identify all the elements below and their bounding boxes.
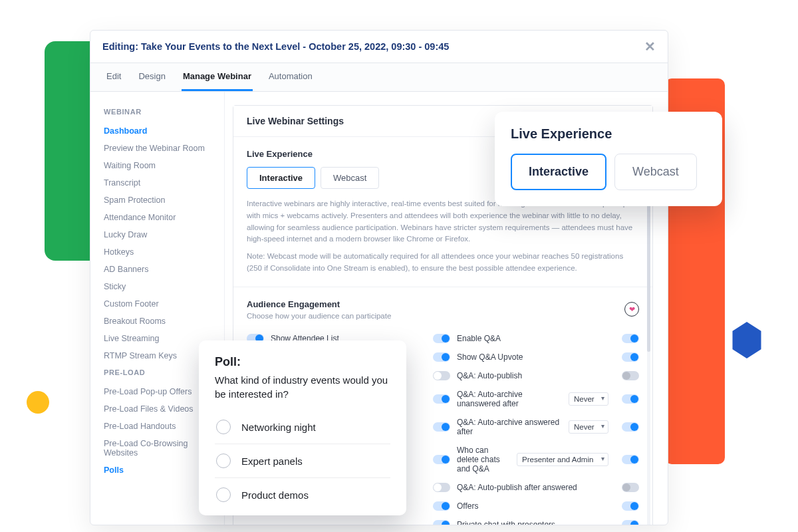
toggle-switch[interactable]	[433, 422, 450, 432]
toggle-row: Q&A: Auto-publish after answered	[433, 478, 639, 497]
toggle-switch-right[interactable]	[622, 394, 639, 404]
toggle-row: Show Q&A Upvote	[433, 348, 639, 366]
toggle-row: Private chat with presenters	[433, 515, 639, 525]
close-icon[interactable]: ✕	[644, 39, 656, 55]
mode-webcast[interactable]: Webcast	[321, 167, 379, 189]
poll-option[interactable]: Networking night	[215, 410, 390, 444]
toggle-label: Q&A: Auto-publish	[457, 371, 522, 380]
toggle-switch[interactable]	[433, 520, 450, 525]
toggle-switch-right[interactable]	[622, 422, 639, 432]
poll-title: Poll:	[215, 355, 390, 369]
toggle-switch[interactable]	[433, 334, 450, 343]
toggle-label: Q&A: Auto-archive answered after	[457, 418, 562, 436]
toggle-row: Q&A: Auto-archive answered afterNever	[433, 413, 639, 441]
sidebar-item-pre-load-files-videos[interactable]: Pre-Load Files & Videos	[104, 400, 211, 418]
toggle-row: Q&A: Auto-archive unanswered afterNever	[433, 385, 639, 413]
live-exp-desc-2: Note: Webcast mode will be automatically…	[247, 251, 639, 275]
toggle-row: Q&A: Auto-publish	[433, 366, 639, 385]
le-popup-title: Live Experience	[511, 126, 706, 142]
poll-option-label: Networking night	[241, 422, 316, 433]
sidebar-item-custom-footer[interactable]: Custom Footer	[104, 295, 211, 313]
section-engagement-title: Audience Engagement	[247, 299, 391, 309]
sidebar-item-attendance-monitor[interactable]: Attendance Monitor	[104, 209, 211, 226]
sidebar-item-lucky-draw[interactable]: Lucky Draw	[104, 226, 211, 243]
toggle-label: Q&A: Auto-archive unanswered after	[457, 390, 562, 408]
poll-option[interactable]: Expert panels	[215, 444, 390, 478]
toggle-switch[interactable]	[433, 394, 450, 404]
radio-icon	[216, 420, 231, 434]
toggle-label: Enable Q&A	[457, 334, 501, 343]
divider	[233, 287, 652, 287]
toggle-switch[interactable]	[433, 352, 450, 362]
toggle-switch-right[interactable]	[622, 455, 639, 464]
poll-option[interactable]: Product demos	[215, 478, 390, 511]
toggle-switch[interactable]	[433, 371, 450, 380]
sidebar-group-webinar: WEBINAR	[104, 108, 211, 116]
radio-icon	[216, 487, 231, 502]
tab-manage-webinar[interactable]: Manage Webinar	[182, 71, 253, 91]
toggle-label: Who can delete chats and Q&A	[457, 446, 510, 473]
modal-header: Editing: Take Your Events to the Next Le…	[90, 31, 668, 63]
toggle-row: Offers	[433, 497, 639, 515]
sidebar-item-pre-load-handouts[interactable]: Pre-Load Handouts	[104, 418, 211, 435]
modal-title: Editing: Take Your Events to the Next Le…	[102, 41, 449, 52]
tabs: EditDesignManage WebinarAutomation	[90, 63, 668, 92]
sidebar-item-waiting-room[interactable]: Waiting Room	[104, 157, 211, 174]
sidebar-item-preview-the-webinar-room[interactable]: Preview the Webinar Room	[104, 140, 211, 157]
radio-icon	[216, 454, 231, 468]
toggle-switch-right[interactable]	[622, 352, 639, 362]
sidebar-item-pre-load-co-browsing-websites[interactable]: Pre-Load Co-Browsing Websites	[104, 435, 211, 462]
toggle-switch[interactable]	[433, 483, 450, 492]
sidebar-group-pre-load: PRE-LOAD	[104, 368, 211, 376]
toggle-row: Enable Q&A	[433, 329, 639, 348]
sidebar-item-sticky[interactable]: Sticky	[104, 278, 211, 295]
section-engagement-sub: Choose how your audience can participate	[247, 312, 391, 320]
toggle-switch-right[interactable]	[622, 371, 639, 380]
decor-blue	[730, 322, 763, 358]
tab-edit[interactable]: Edit	[105, 71, 122, 91]
le-mode-interactive[interactable]: Interactive	[511, 154, 606, 190]
poll-popup: Poll: What kind of industry events would…	[199, 340, 406, 515]
sidebar-item-ad-banners[interactable]: AD Banners	[104, 261, 211, 278]
le-mode-webcast[interactable]: Webcast	[614, 154, 697, 190]
decor-yellow	[27, 391, 49, 414]
toggle-label: Q&A: Auto-publish after answered	[457, 483, 577, 492]
toggle-switch[interactable]	[433, 455, 450, 464]
toggle-switch-right[interactable]	[622, 520, 639, 525]
poll-option-label: Product demos	[241, 489, 309, 501]
toggle-label: Show Q&A Upvote	[457, 352, 523, 362]
toggle-switch[interactable]	[433, 501, 450, 511]
poll-question: What kind of industry events would you b…	[215, 373, 390, 401]
select[interactable]: Never	[569, 420, 608, 434]
sidebar-item-spam-protection[interactable]: Spam Protection	[104, 192, 211, 209]
sidebar-item-polls[interactable]: Polls	[104, 462, 211, 479]
poll-option-label: Expert panels	[241, 456, 303, 467]
sidebar-item-hotkeys[interactable]: Hotkeys	[104, 243, 211, 261]
sidebar-item-breakout-rooms[interactable]: Breakout Rooms	[104, 313, 211, 330]
tab-design[interactable]: Design	[137, 71, 166, 91]
mode-interactive[interactable]: Interactive	[247, 167, 315, 189]
tab-automation[interactable]: Automation	[267, 71, 314, 91]
select[interactable]: Never	[569, 392, 608, 406]
toggle-label: Offers	[457, 501, 478, 511]
toggle-switch-right[interactable]	[622, 334, 639, 343]
sidebar-item-pre-load-pop-up-offers[interactable]: Pre-Load Pop-up Offers	[104, 383, 211, 400]
toggle-switch-right[interactable]	[622, 501, 639, 511]
select[interactable]: Presenter and Admin	[517, 453, 608, 466]
toggle-label: Private chat with presenters	[457, 520, 555, 525]
toggle-row: Who can delete chats and Q&APresenter an…	[433, 441, 639, 478]
sidebar-item-transcript[interactable]: Transcript	[104, 174, 211, 192]
sidebar-item-live-streaming[interactable]: Live Streaming	[104, 330, 211, 347]
toggle-switch-right[interactable]	[622, 483, 639, 492]
sidebar-item-dashboard[interactable]: Dashboard	[104, 122, 211, 140]
heart-icon[interactable]: ❤	[624, 302, 639, 317]
sidebar-item-rtmp-stream-keys[interactable]: RTMP Stream Keys	[104, 347, 211, 364]
live-experience-popup: Live Experience InteractiveWebcast	[495, 112, 722, 206]
